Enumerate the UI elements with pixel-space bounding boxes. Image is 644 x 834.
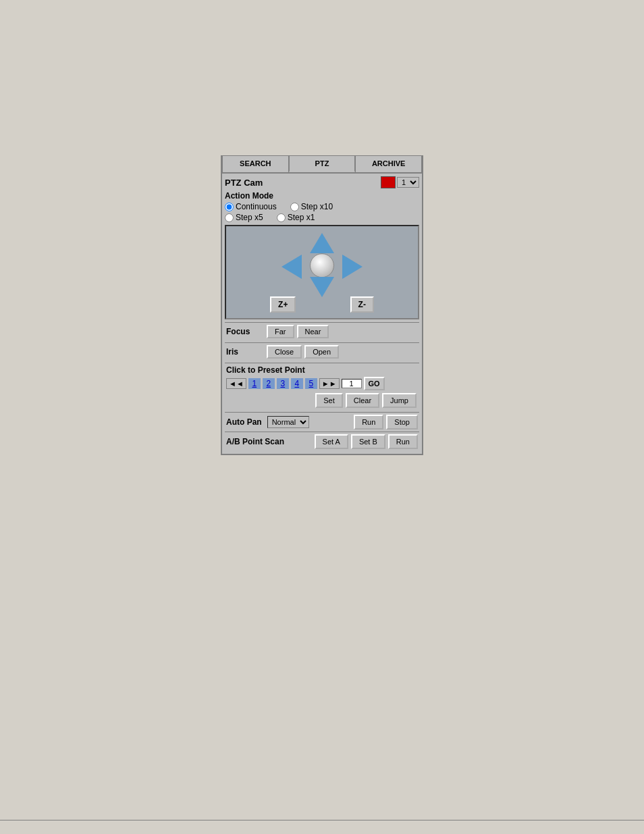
iris-row: Iris Close Open bbox=[225, 342, 419, 361]
ptz-control-area: Z+ Z- bbox=[225, 225, 419, 319]
cam-label: PTZ Cam bbox=[225, 178, 263, 188]
arrow-container bbox=[281, 233, 363, 301]
auto-pan-select[interactable]: Normal Fast Slow bbox=[267, 416, 309, 428]
pan-right-button[interactable] bbox=[342, 255, 363, 279]
bottom-divider bbox=[0, 820, 644, 820]
iris-close-button[interactable]: Close bbox=[267, 345, 302, 359]
ab-scan-label: A/B Point Scan bbox=[226, 437, 284, 446]
iris-open-button[interactable]: Open bbox=[304, 345, 339, 359]
radio-step1[interactable]: Step x1 bbox=[277, 213, 315, 222]
auto-pan-row: Auto Pan Normal Fast Slow Run Stop bbox=[225, 412, 419, 429]
pan-left-button[interactable] bbox=[281, 255, 302, 279]
ab-run-button[interactable]: Run bbox=[388, 434, 418, 449]
cam-select: 1 bbox=[381, 176, 419, 188]
preset-nav: ◄◄ 1 2 3 4 5 ►► GO bbox=[226, 377, 418, 390]
preset-num-5[interactable]: 5 bbox=[305, 378, 317, 389]
preset-set-button[interactable]: Set bbox=[315, 393, 343, 408]
preset-title: Click to Preset Point bbox=[226, 365, 418, 375]
action-mode-row2: Step x5 Step x1 bbox=[225, 213, 419, 222]
preset-last-button[interactable]: ►► bbox=[319, 378, 340, 389]
zoom-in-button[interactable]: Z+ bbox=[270, 296, 296, 313]
cam-dropdown[interactable]: 1 bbox=[397, 177, 419, 188]
radio-step10[interactable]: Step x10 bbox=[290, 202, 333, 211]
panel-body: PTZ Cam 1 Action Mode Continuous Step x1… bbox=[222, 172, 422, 454]
zoom-buttons: Z+ Z- bbox=[226, 296, 418, 313]
ptz-panel: SEARCH PTZ ARCHIVE PTZ Cam 1 Action Mode… bbox=[221, 155, 423, 455]
auto-pan-run-button[interactable]: Run bbox=[354, 415, 383, 429]
radio-step5[interactable]: Step x5 bbox=[225, 213, 263, 222]
iris-label: Iris bbox=[226, 347, 267, 357]
preset-go-button[interactable]: GO bbox=[364, 377, 385, 390]
preset-clear-button[interactable]: Clear bbox=[346, 393, 379, 408]
auto-pan-label: Auto Pan bbox=[226, 417, 262, 427]
auto-pan-stop-button[interactable]: Stop bbox=[386, 415, 418, 429]
ptz-center-button[interactable] bbox=[310, 253, 334, 278]
ab-scan-buttons: Set A Set B Run bbox=[315, 434, 418, 449]
pan-up-button[interactable] bbox=[310, 233, 334, 253]
tab-bar: SEARCH PTZ ARCHIVE bbox=[222, 155, 422, 172]
focus-near-button[interactable]: Near bbox=[297, 325, 329, 338]
focus-far-button[interactable]: Far bbox=[267, 325, 294, 338]
preset-num-1[interactable]: 1 bbox=[248, 378, 261, 389]
cam-row: PTZ Cam 1 bbox=[225, 176, 419, 188]
radio-continuous[interactable]: Continuous bbox=[225, 202, 277, 211]
preset-section: Click to Preset Point ◄◄ 1 2 3 4 5 ►► GO… bbox=[225, 363, 419, 412]
preset-num-4[interactable]: 4 bbox=[291, 378, 303, 389]
tab-ptz[interactable]: PTZ bbox=[289, 155, 356, 172]
preset-action-row: Set Clear Jump bbox=[226, 393, 418, 408]
tab-search[interactable]: SEARCH bbox=[222, 155, 289, 172]
action-mode-section: Action Mode Continuous Step x10 Step x5 bbox=[225, 191, 419, 222]
auto-pan-buttons: Run Stop bbox=[354, 415, 418, 429]
focus-label: Focus bbox=[226, 327, 267, 336]
ab-set-b-button[interactable]: Set B bbox=[351, 434, 385, 449]
preset-goto-input[interactable] bbox=[342, 379, 362, 388]
preset-first-button[interactable]: ◄◄ bbox=[226, 378, 246, 389]
preset-jump-button[interactable]: Jump bbox=[382, 393, 417, 408]
cam-icon bbox=[381, 176, 396, 188]
tab-archive[interactable]: ARCHIVE bbox=[355, 155, 422, 172]
ab-set-a-button[interactable]: Set A bbox=[315, 434, 348, 449]
preset-num-2[interactable]: 2 bbox=[263, 378, 275, 389]
pan-down-button[interactable] bbox=[310, 277, 334, 297]
action-mode-row1: Continuous Step x10 bbox=[225, 202, 419, 211]
ab-scan-row: A/B Point Scan Set A Set B Run bbox=[225, 432, 419, 451]
zoom-out-button[interactable]: Z- bbox=[350, 296, 374, 313]
focus-row: Focus Far Near bbox=[225, 322, 419, 340]
preset-num-3[interactable]: 3 bbox=[277, 378, 289, 389]
action-mode-title: Action Mode bbox=[225, 191, 419, 201]
